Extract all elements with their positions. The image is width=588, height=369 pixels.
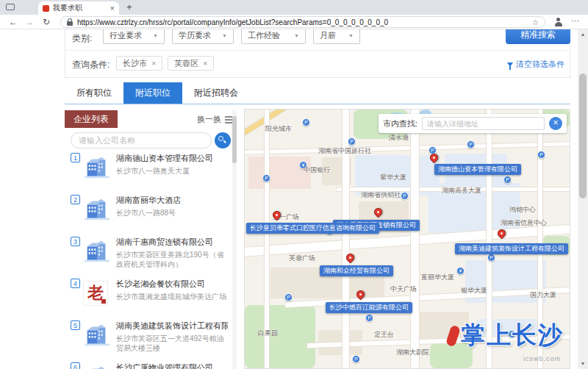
company-index-badge: 4 [71,279,80,288]
page-scrollbar[interactable]: ▲ ▼ [578,29,588,369]
dropdown-label: 月薪 [320,30,336,41]
list-item[interactable]: 5 湖南美迪建筑装饰设计工程有限公司 长沙市芙蓉区五一大道492号粮油贸易大楼三… [71,319,228,360]
map-park [245,305,315,368]
map-company-label[interactable]: 长沙中燃百江能源有限公司 [326,302,412,313]
company-list: 1 湖南德山资本管理有限公司 长沙市八一路奥天大厦 2 湖南富丽华大酒店 长沙市… [65,150,232,369]
parking-icon: P [284,293,293,301]
forward-button[interactable]: → [25,17,34,27]
map-poi-label: 国力大厦 [530,290,556,300]
browser-menu-icon[interactable]: ⋯ [571,16,579,26]
company-address: 长沙市八一路奥天大厦 [116,166,228,176]
company-search-button[interactable] [215,132,231,148]
list-item[interactable]: 4 老 长沙老湘会餐饮有限公司 长沙市晟湘龙盛境苑城华美达广场 [71,277,228,318]
scrollbar-thumb[interactable] [579,74,587,198]
company-name[interactable]: 湖南德山资本管理有限公司 [116,153,228,164]
company-index-badge: 1 [71,153,80,162]
list-item[interactable]: 6 长沙广厦物业管理有限公司 [71,361,228,369]
map-canvas[interactable]: P P P P P P P P P P P P P P ¥ ¥ 阳光城市 清水塘… [244,109,570,369]
url-text: https://www.cztrlzy.cn/hrss/rc/portal/co… [77,18,528,26]
map-poi-label: 银华大厦 [461,286,487,295]
query-conditions-label: 查询条件: [72,59,110,71]
tab-all-jobs[interactable]: 所有职位 [65,82,123,104]
divider [65,50,570,51]
map-company-label[interactable]: 湖南美迪建筑装饰设计工程有限公司 [455,243,568,254]
search-icon [218,136,223,141]
map-address-input[interactable] [422,117,545,130]
map-poi-label: 鸿铭中心 [509,205,536,215]
chevron-down-icon: ▼ [153,33,158,38]
browser-tab-strip: 我要求职 × + [0,0,588,15]
parking-icon: P [537,151,545,159]
browser-tab[interactable]: 我要求职 × [38,1,119,15]
tab-actions-icon[interactable] [6,4,15,10]
company-name[interactable]: 长沙老湘会餐饮有限公司 [116,279,228,290]
building-icon [83,323,111,348]
map-poi-label: 白果园 [258,329,278,338]
parking-icon: P [302,118,310,126]
url-bar[interactable]: https://www.cztrlzy.cn/hrss/rc/portal/co… [60,16,545,28]
parking-icon: P [365,314,373,322]
scroll-down-icon[interactable]: ▼ [578,359,588,369]
dropdown-label: 行业要求 [110,30,142,41]
refresh-list-button[interactable]: 换一换 [197,114,232,125]
list-item[interactable]: 2 湖南富丽华大酒店 长沙市八一路88号 [71,193,228,234]
filter-tag-city: 长沙市 × [116,56,162,71]
chevron-down-icon: ▼ [348,33,354,38]
new-tab-button[interactable]: + [126,1,132,12]
company-address: 长沙市芙蓉区亚美路北190号（省政府机关管理科内） [116,250,228,269]
result-tabs: 所有职位 附近职位 附近招聘会 [65,82,570,104]
company-index-badge: 2 [71,195,80,204]
map-search-close-button[interactable]: × [549,117,562,130]
company-name[interactable]: 湖南千惠商贸连锁有限公司 [116,237,228,248]
map-company-label[interactable]: 长沙皇贝蒂零式口腔医疗信息咨询有限公司 [246,223,379,234]
scroll-up-icon[interactable]: ▲ [578,29,588,40]
company-name[interactable]: 长沙广厦物业管理有限公司 [116,362,228,369]
map-search-bar: 市内查找: × [379,114,567,133]
company-search-input[interactable] [71,132,212,148]
clear-filter-icon [507,62,513,67]
map-poi-label: 湖南省信息中心 [501,218,547,228]
tag-remove-icon[interactable]: × [151,59,156,68]
company-index-badge: 3 [71,237,80,246]
tab-nearby-fairs[interactable]: 附近招聘会 [182,82,250,104]
map-poi-label: 湖南省供销社 [361,190,401,200]
list-item[interactable]: 1 湖南德山资本管理有限公司 长沙市八一路奥天大厦 [71,151,228,193]
map-company-label[interactable]: 湖南和众经贸有限公司 [320,265,393,276]
map-poi-label: 清水塘 [389,133,409,143]
back-button[interactable]: ← [9,17,18,27]
tab-close-icon[interactable]: × [110,4,115,12]
map-company-label[interactable]: 湖南德山资本管理有限公司 [434,164,521,175]
company-index-badge: 5 [71,320,80,330]
clear-filters-label: 清空筛选条件 [516,59,564,70]
dropdown-label: 工作经验 [248,30,280,41]
refresh-button[interactable]: ↻ [43,17,50,27]
map-poi-label: 定王台 [374,330,394,340]
tag-remove-icon[interactable]: × [203,59,207,68]
map-poi-label: 湖南大剧院 [396,348,429,357]
map-poi-label: 富丽华大厦 [421,273,454,282]
company-name[interactable]: 湖南美迪建筑装饰设计工程有限公司 [116,320,228,332]
watermark-logo: 掌上长沙 [448,319,564,352]
company-name[interactable]: 湖南富丽华大酒店 [116,195,228,206]
map-poi-label: 紫华大厦 [380,173,406,182]
parking-icon: P [503,176,512,184]
chevron-down-icon: ▼ [294,33,299,38]
clear-filters-link[interactable]: 清空筛选条件 [507,59,564,70]
watermark-text: 掌上长沙 [461,319,564,352]
building-icon [83,155,111,180]
profile-icon[interactable] [553,18,563,27]
building-icon [83,197,111,222]
company-address: 长沙市芙蓉区五一大道492号粮油贸易大楼三楼 [116,334,228,353]
parking-icon: P [262,174,270,182]
list-scrollbar-thumb[interactable] [232,116,237,163]
map-search-label: 市内查找: [383,118,417,129]
company-address: 长沙市晟湘龙盛境苑城华美达广场 [116,292,228,301]
list-item[interactable]: 3 湖南千惠商贸连锁有限公司 长沙市芙蓉区亚美路北190号（省政府机关管理科内） [71,235,228,276]
parking-icon: P [467,140,475,148]
map-poi-label: 中国银行 [304,165,330,175]
parking-icon: P [487,254,495,262]
tab-nearby-jobs[interactable]: 附近职位 [123,82,182,104]
bookmark-star-icon[interactable]: ☆ [532,18,539,26]
list-filter-icon [225,116,232,118]
filter-tag-district: 芙蓉区 × [168,56,214,71]
